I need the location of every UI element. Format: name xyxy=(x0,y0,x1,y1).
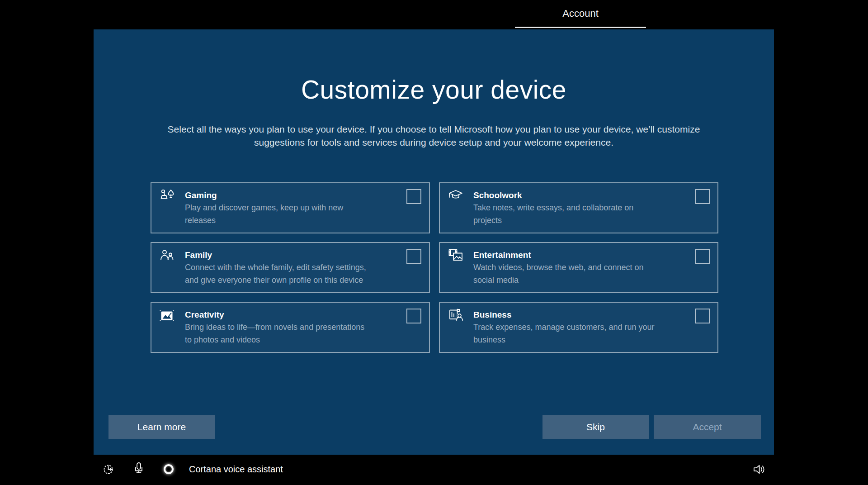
learn-more-button[interactable]: Learn more xyxy=(108,415,215,439)
card-description: Play and discover games, keep up with ne… xyxy=(185,201,379,227)
graduation-cap-icon xyxy=(448,188,464,204)
card-family[interactable]: Family Connect with the whole family, ed… xyxy=(151,242,430,293)
accept-button[interactable]: Accept xyxy=(654,415,761,439)
chart-person-icon xyxy=(448,308,464,324)
card-title: Schoolwork xyxy=(473,190,668,201)
family-checkbox[interactable] xyxy=(406,249,421,264)
card-creativity[interactable]: Creativity Bring ideas to life—from nove… xyxy=(151,302,430,353)
card-gaming[interactable]: Gaming Play and discover games, keep up … xyxy=(151,182,430,233)
card-business[interactable]: Business Track expenses, manage customer… xyxy=(439,302,718,353)
options-grid: Gaming Play and discover games, keep up … xyxy=(151,182,718,353)
media-icon xyxy=(448,248,464,264)
card-title: Creativity xyxy=(185,309,379,321)
creativity-checkbox[interactable] xyxy=(406,309,421,323)
skip-button[interactable]: Skip xyxy=(542,415,649,439)
microphone-icon[interactable] xyxy=(133,462,145,476)
gaming-icon xyxy=(159,188,175,204)
oobe-screen: { "colors": { "panel": "#0b3d64", "butto… xyxy=(0,0,868,485)
page-subtitle: Select all the ways you plan to use your… xyxy=(158,123,710,149)
card-description: Watch videos, browse the web, and connec… xyxy=(473,261,668,286)
page-title: Customize your device xyxy=(94,75,774,105)
card-title: Entertainment xyxy=(473,249,668,261)
business-checkbox[interactable] xyxy=(695,309,710,323)
card-entertainment[interactable]: Entertainment Watch videos, browse the w… xyxy=(439,242,718,293)
speaker-icon[interactable] xyxy=(753,463,768,475)
card-description: Connect with the whole family, edit safe… xyxy=(185,261,379,286)
card-title: Business xyxy=(473,309,668,321)
card-title: Family xyxy=(185,249,379,261)
photo-icon xyxy=(159,308,175,324)
card-schoolwork[interactable]: Schoolwork Take notes, write essays, and… xyxy=(439,182,718,233)
card-description: Take notes, write essays, and collaborat… xyxy=(473,201,668,227)
timer-arrow-icon[interactable] xyxy=(103,463,115,475)
card-description: Bring ideas to life—from novels and pres… xyxy=(185,321,379,346)
tab-account: Account xyxy=(515,0,646,28)
setup-panel: Customize your device Select all the way… xyxy=(94,29,774,455)
schoolwork-checkbox[interactable] xyxy=(695,189,710,204)
gaming-checkbox[interactable] xyxy=(406,189,421,204)
family-icon xyxy=(159,248,175,264)
cortana-label: Cortana voice assistant xyxy=(189,464,283,474)
card-description: Track expenses, manage customers, and ru… xyxy=(473,321,668,346)
cortana-ring-icon[interactable] xyxy=(164,464,174,474)
entertainment-checkbox[interactable] xyxy=(695,249,710,264)
card-title: Gaming xyxy=(185,190,379,201)
